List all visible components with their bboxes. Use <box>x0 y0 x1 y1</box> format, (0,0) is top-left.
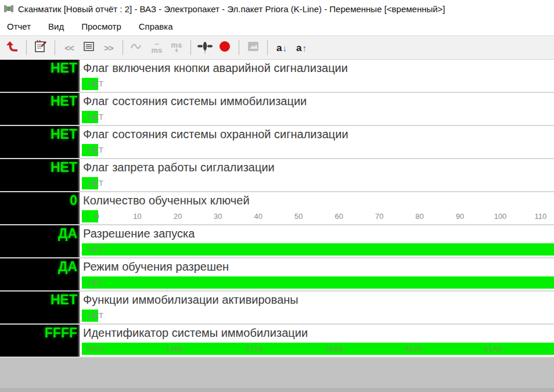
bar-state-label: НЕТ <box>88 146 103 154</box>
variable-value: ДА <box>58 225 78 242</box>
bar-state-label: НЕТ <box>88 179 103 188</box>
variables-list: НЕТФлаг включения кнопки аварийной сигна… <box>0 60 554 358</box>
row-content: Разрешение запускаНЕТ <box>81 225 554 257</box>
toolbar-separator <box>123 40 123 55</box>
blue-down-arrow-icon: ↓ <box>282 44 287 52</box>
chevrons-right-icon: >> <box>104 43 113 53</box>
scale-tick: 70 <box>375 212 383 221</box>
scale-tick: 60 <box>334 212 343 221</box>
variable-value: 0 <box>70 192 78 209</box>
prev-page-button[interactable]: << <box>59 38 79 57</box>
sort-descending-button[interactable]: a ↓ <box>272 38 292 57</box>
value-bar: НЕТ <box>82 177 554 189</box>
variable-row[interactable]: ДАРазрешение запускаНЕТ <box>0 225 554 258</box>
value-panel: НЕТ <box>0 292 80 323</box>
scale-tick: 40 <box>254 212 262 221</box>
variable-value: НЕТ <box>51 93 78 110</box>
value-panel: ДА <box>0 258 80 290</box>
save-image-button <box>243 38 263 57</box>
scale-tick: 10 <box>133 212 141 221</box>
probe-icon <box>196 39 214 56</box>
report-button[interactable] <box>31 38 51 57</box>
variable-value: НЕТ <box>51 292 78 308</box>
value-bar: 0102030405060708090100110 <box>82 210 554 222</box>
menu-browse[interactable]: Просмотр <box>81 21 121 31</box>
record-icon <box>218 40 231 55</box>
variable-row[interactable]: НЕТФлаг включения кнопки аварийной сигна… <box>0 60 554 93</box>
value-bar: НЕТ <box>82 111 554 123</box>
value-bar: НЕТ <box>82 310 554 322</box>
red-return-arrow-icon <box>5 39 19 56</box>
app-connector-icon <box>3 4 14 13</box>
variable-label: Флаг состояния системы охранной сигнализ… <box>81 126 554 143</box>
bar-state-label: НЕТ <box>88 311 103 320</box>
variable-label: Режим обучения разрешен <box>81 258 554 275</box>
value-panel: 0 <box>0 192 80 224</box>
scale-tick: 90 <box>456 212 464 221</box>
value-bar: 0000138827103A984E2061A8 <box>82 343 554 355</box>
variable-row[interactable]: ДАРежим обучения разрешенНЕТ <box>0 258 554 292</box>
variable-row[interactable]: 0Количество обученных ключей010203040506… <box>0 192 554 225</box>
empty-area <box>0 358 554 392</box>
menu-view[interactable]: Вид <box>48 21 64 31</box>
scale-tick: 30 <box>214 212 222 221</box>
variable-row[interactable]: НЕТФлаг запрета работы сиглализацииНЕТ <box>0 159 554 192</box>
value-bar: НЕТ <box>82 144 554 156</box>
sort-ascending-button[interactable]: a ↑ <box>292 38 311 57</box>
variable-row[interactable]: НЕТФлаг состояния системы иммобилизацииН… <box>0 93 554 126</box>
bar-state-label: НЕТ <box>88 113 103 121</box>
bar-state-label: НЕТ <box>88 80 103 88</box>
value-panel: FFFF <box>0 325 80 357</box>
row-content: Количество обученных ключей0102030405060… <box>81 192 554 224</box>
scale-tick: 50 <box>294 212 303 221</box>
variable-row[interactable]: FFFFИдентификатор системы иммобилизации0… <box>0 325 554 358</box>
hex-tick: 61A8 <box>484 345 502 353</box>
chevrons-left-icon: << <box>64 43 74 53</box>
variable-label: Функции иммобилизации активированы <box>81 292 554 308</box>
timescale-decrease-button: − ms <box>147 38 167 57</box>
menu-bar: Отчет Вид Просмотр Справка <box>0 17 554 35</box>
variable-label: Разрешение запуска <box>81 225 554 242</box>
image-icon <box>246 39 260 56</box>
app-window: Сканматик [Новый отчёт : 2] - ВАЗ - Элек… <box>0 0 554 392</box>
title-bar: Сканматик [Новый отчёт : 2] - ВАЗ - Элек… <box>0 0 554 17</box>
variable-label: Флаг запрета работы сиглализации <box>81 159 554 176</box>
graph-view-button <box>127 38 147 57</box>
bar-state-label: НЕТ <box>88 278 103 287</box>
toolbar-separator <box>190 40 191 55</box>
notepad-edit-icon <box>33 39 48 56</box>
row-content: Функции иммобилизации активированыНЕТ <box>81 292 554 323</box>
row-content: Режим обучения разрешенНЕТ <box>81 258 554 290</box>
variable-value: ДА <box>58 258 78 275</box>
bar-state-label: НЕТ <box>88 245 103 254</box>
variable-label: Идентификатор системы иммобилизации <box>81 325 554 341</box>
scale-tick: 80 <box>415 212 423 221</box>
menu-help[interactable]: Справка <box>139 21 173 31</box>
toolbar-separator <box>267 40 268 55</box>
value-bar: НЕТ <box>82 276 554 289</box>
back-button[interactable] <box>2 38 22 57</box>
next-page-button[interactable]: >> <box>99 38 118 57</box>
select-list-button[interactable] <box>79 38 99 57</box>
row-content: Флаг включения кнопки аварийной сигнализ… <box>81 60 554 92</box>
variable-label: Количество обученных ключей <box>81 192 554 209</box>
variable-value: НЕТ <box>51 126 78 143</box>
variable-label: Флаг состояния системы иммобилизации <box>81 93 554 110</box>
hex-tick: 0000 <box>87 345 104 353</box>
wave-icon <box>129 39 145 56</box>
record-button[interactable] <box>215 38 235 57</box>
scale-tick: 100 <box>494 212 507 221</box>
variable-value: НЕТ <box>51 159 78 176</box>
ms-minus-icon: − ms <box>152 42 163 53</box>
list-icon <box>82 39 96 56</box>
timescale-increase-button: ms + <box>167 38 186 57</box>
row-content: Флаг запрета работы сиглализацииНЕТ <box>81 159 554 191</box>
connect-probe-button[interactable] <box>195 38 215 57</box>
variable-row[interactable]: НЕТФлаг состояния системы охранной сигна… <box>0 126 554 159</box>
variable-value: FFFF <box>45 325 78 341</box>
variable-row[interactable]: НЕТФункции иммобилизации активированыНЕТ <box>0 292 554 325</box>
variable-label: Флаг включения кнопки аварийной сигнализ… <box>81 60 554 77</box>
scale-tick: 110 <box>535 212 547 221</box>
hex-tick: 4E20 <box>405 345 423 353</box>
menu-report[interactable]: Отчет <box>7 21 31 31</box>
